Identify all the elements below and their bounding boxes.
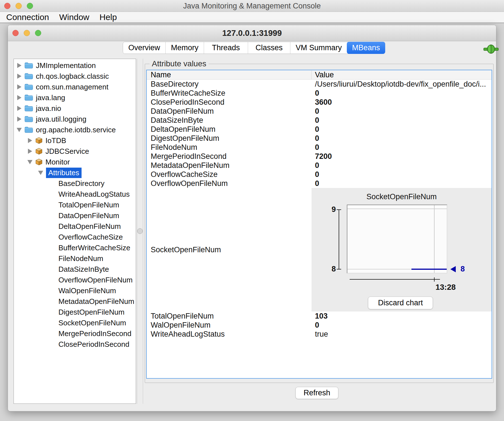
plug-connected-icon [483, 43, 499, 56]
tree-item-attributes[interactable]: Attributes [14, 167, 136, 178]
mbean-icon [35, 148, 43, 155]
gridline [347, 209, 447, 209]
triangle-right-icon[interactable] [16, 84, 22, 89]
tree-item-basedirectory[interactable]: BaseDirectory [14, 178, 136, 189]
current-value-label: 8 [461, 265, 465, 273]
folder-icon [25, 84, 33, 90]
y-axis-tick [337, 269, 341, 269]
x-axis-tick [434, 277, 435, 282]
triangle-down-icon[interactable] [16, 128, 22, 132]
table-row[interactable]: WalOpenFileNum0 [147, 321, 492, 330]
tree-item-jdbcservice[interactable]: JDBCService [14, 146, 136, 157]
menubar: Connection Window Help [0, 12, 504, 23]
tree-item-java-util-logging[interactable]: java.util.logging [14, 114, 136, 124]
y-tick-label-top: 9 [326, 205, 336, 214]
tree-item-filenodenum[interactable]: FileNodeNum [14, 253, 136, 264]
tree-item-monitor[interactable]: Monitor [14, 157, 136, 167]
current-value-marker-icon [450, 266, 456, 272]
table-row[interactable]: BufferWriteCacheSize0 [147, 89, 492, 98]
table-row-chart[interactable]: SocketOpenFileNum SocketOpenFileNum 9 8 [147, 188, 492, 312]
triangle-right-icon[interactable] [27, 138, 33, 143]
table-row[interactable]: ClosePeriodInSecond3600 [147, 98, 492, 107]
outer-titlebar: Java Monitoring & Management Console [0, 0, 504, 12]
table-row[interactable]: MetadataOpenFileNum0 [147, 161, 492, 170]
triangle-right-icon[interactable] [16, 74, 22, 79]
socket-open-file-chart: SocketOpenFileNum 9 8 8 [312, 188, 492, 312]
groupbox-title: Attribute values [150, 59, 209, 68]
table-row[interactable]: DeltaOpenFileNum0 [147, 125, 492, 134]
menu-connection[interactable]: Connection [6, 12, 49, 23]
split-divider[interactable] [137, 59, 143, 404]
column-header-name[interactable]: Name [147, 70, 312, 79]
tree-item-java-lang[interactable]: java.lang [14, 92, 136, 103]
triangle-right-icon[interactable] [16, 106, 22, 111]
series-line [411, 269, 447, 270]
tree-item-closeperiodinsecond[interactable]: ClosePeriodInSecond [14, 339, 136, 350]
tab-threads[interactable]: Threads [204, 42, 248, 54]
table-row[interactable]: DigestOpenFileNum0 [147, 134, 492, 143]
refresh-button[interactable]: Refresh [295, 387, 338, 399]
plot-area [347, 205, 447, 273]
triangle-right-icon[interactable] [16, 95, 22, 100]
table-row[interactable]: DataSizeInByte0 [147, 116, 492, 125]
tree-item-digestopenfilenum[interactable]: DigestOpenFileNum [14, 307, 136, 317]
tree-item-socketopenfilenum[interactable]: SocketOpenFileNum [14, 317, 136, 328]
triangle-right-icon[interactable] [16, 117, 22, 122]
gridline [434, 205, 435, 273]
tab-mbeans[interactable]: MBeans [347, 42, 385, 54]
table-row[interactable]: OverflowCacheSize0 [147, 170, 492, 179]
tree-item-org-apache-iotdb-service[interactable]: org.apache.iotdb.service [14, 124, 136, 135]
split-divider-knob[interactable] [137, 228, 143, 234]
tab-classes[interactable]: Classes [248, 42, 290, 54]
x-axis-line [350, 279, 440, 280]
tree-item-walopenfilenum[interactable]: WalOpenFileNum [14, 285, 136, 296]
tree-item-mergeperiodinsecond[interactable]: MergePeriodInSecond [14, 328, 136, 339]
table-header: Name Value [147, 70, 492, 80]
table-row[interactable]: MergePeriodInSecond7200 [147, 152, 492, 161]
table-row[interactable]: TotalOpenFileNum103 [147, 312, 492, 321]
folder-icon [25, 94, 33, 101]
tree-item-bufferwritecachesize[interactable]: BufferWriteCacheSize [14, 242, 136, 253]
chart-title: SocketOpenFileNum [312, 192, 492, 201]
y-tick-label-bottom: 8 [326, 265, 336, 273]
tab-vm-summary[interactable]: VM Summary [290, 42, 347, 54]
tree-item-metadataopenfilenum[interactable]: MetadataOpenFileNum [14, 296, 136, 307]
triangle-right-icon[interactable] [16, 63, 22, 68]
tree-item-overflowcachesize[interactable]: OverflowCacheSize [14, 232, 136, 242]
tree-item-jmimplementation[interactable]: JMImplementation [14, 60, 136, 71]
window-title: Java Monitoring & Management Console [0, 0, 504, 12]
attribute-table: Name Value BaseDirectory/Users/liurui/De… [146, 70, 492, 379]
tree-item-writeaheadlogstatus[interactable]: WriteAheadLogStatus [14, 189, 136, 199]
table-row[interactable]: WriteAheadLogStatustrue [147, 330, 492, 339]
connection-window: 127.0.0.1:31999 Overview Memory Threads … [8, 25, 496, 411]
menu-window[interactable]: Window [59, 12, 89, 23]
tab-memory[interactable]: Memory [165, 42, 204, 54]
column-header-value[interactable]: Value [312, 70, 334, 79]
triangle-down-icon[interactable] [38, 171, 44, 175]
tree-item-deltaopenfilenum[interactable]: DeltaOpenFileNum [14, 221, 136, 232]
desktop: Java Monitoring & Management Console Con… [0, 0, 504, 421]
tree-item-com-sun-management[interactable]: com.sun.management [14, 82, 136, 92]
table-row[interactable]: BaseDirectory/Users/liurui/Desktop/iotdb… [147, 80, 492, 89]
tree-item-overflowopenfilenum[interactable]: OverflowOpenFileNum [14, 275, 136, 285]
connection-title: 127.0.0.1:31999 [8, 25, 496, 41]
tree-item-datasizeinbyte[interactable]: DataSizeInByte [14, 264, 136, 275]
folder-icon [25, 73, 33, 80]
folder-icon [25, 126, 33, 133]
tree-item-totalopenfilenum[interactable]: TotalOpenFileNum [14, 199, 136, 210]
table-row[interactable]: DataOpenFileNum0 [147, 107, 492, 116]
table-row[interactable]: FileNodeNum0 [147, 143, 492, 152]
folder-icon [25, 105, 33, 112]
table-row[interactable]: OverflowOpenFileNum0 [147, 179, 492, 188]
discard-chart-button[interactable]: Discard chart [368, 297, 433, 309]
tree-item-java-nio[interactable]: java.nio [14, 103, 136, 114]
menu-help[interactable]: Help [99, 12, 117, 23]
mbean-icon [35, 137, 43, 144]
tree-item-dataopenfilenum[interactable]: DataOpenFileNum [14, 210, 136, 221]
mbean-icon [35, 158, 43, 166]
triangle-down-icon[interactable] [27, 160, 33, 164]
tree-item-iotdb[interactable]: IoTDB [14, 135, 136, 146]
tab-overview[interactable]: Overview [123, 42, 165, 54]
tree-item-logback[interactable]: ch.qos.logback.classic [14, 71, 136, 82]
triangle-right-icon[interactable] [27, 149, 33, 154]
